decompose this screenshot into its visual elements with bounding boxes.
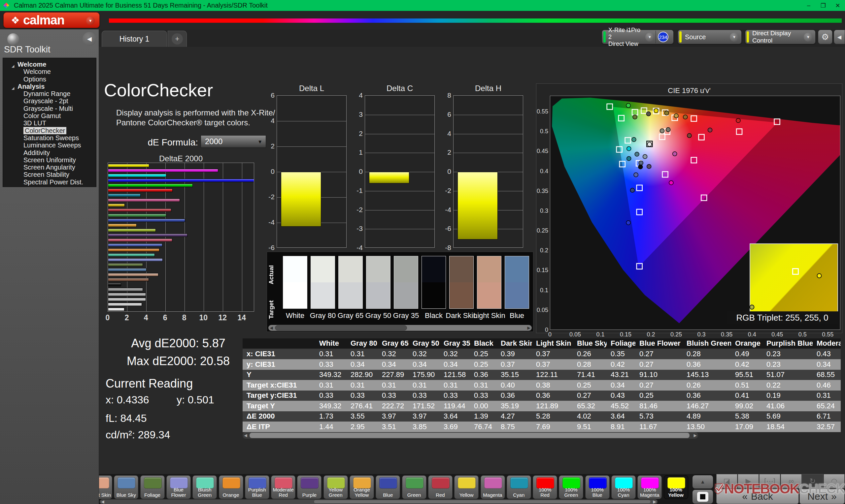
target-marker: [691, 157, 697, 163]
chevron-down-icon[interactable]: ▼: [730, 33, 739, 41]
sidebar-item-grayscale-2pt[interactable]: Grayscale - 2pt: [3, 97, 96, 105]
table-scrollbar[interactable]: ◀ ▶: [243, 432, 698, 439]
sidebar-item-analysis[interactable]: ◢Analysis: [3, 83, 96, 90]
sidebar-item-welcome[interactable]: ◢Welcome: [3, 61, 96, 68]
cie-zoom-inset: [750, 244, 838, 313]
patch-button-blue-flower[interactable]: Blue Flower: [166, 475, 191, 499]
toolbar-more-button[interactable]: ◠: [824, 474, 845, 488]
sidebar-item-options[interactable]: Options: [3, 75, 96, 83]
next-button[interactable]: Next »: [799, 489, 845, 504]
meter-dropdown[interactable]: X-Rite i1Pro 2 Direct View ▼ 234: [602, 30, 674, 44]
column-header: Dark Skin: [497, 338, 532, 348]
back-button[interactable]: « Back: [716, 489, 799, 504]
swatch-target: [477, 282, 501, 308]
bar-magenta: [108, 199, 180, 202]
patch-label: Blue: [376, 492, 399, 498]
sidebar-item-dynamic-range[interactable]: Dynamic Range: [3, 90, 96, 97]
minimize-button[interactable]: –: [802, 0, 816, 11]
gridline: [204, 163, 204, 311]
patch-button-yellow[interactable]: Yellow: [454, 475, 479, 499]
maximize-button[interactable]: ❐: [816, 0, 830, 11]
sidebar-item-luminance-sweeps[interactable]: Luminance Sweeps: [3, 142, 96, 149]
patch-button-100-red[interactable]: 100% Red: [533, 475, 557, 499]
calman-menu-button[interactable]: ❖ calman ▼: [3, 12, 100, 28]
patch-button-100-blue[interactable]: 100% Blue: [585, 475, 610, 499]
patch-button-100-magenta[interactable]: 100% Magenta: [637, 475, 662, 499]
scrollbar-thumb[interactable]: [314, 500, 651, 504]
swatch-strip: Actual Target WhiteGray 80Gray 65Gray 50…: [267, 252, 533, 332]
source-dropdown[interactable]: Source ▼: [677, 30, 742, 44]
patch-button-red[interactable]: Red: [428, 475, 453, 499]
scroll-right-icon[interactable]: ▶: [652, 499, 657, 504]
patch-button-green[interactable]: Green: [402, 475, 426, 499]
patch-button-purplish-blue[interactable]: Purplish Blue: [245, 475, 269, 499]
swatch-scrollbar[interactable]: ◀ ▶: [268, 325, 532, 331]
patch-button-moderate-red[interactable]: Moderate Red: [271, 475, 295, 499]
scroll-right-icon[interactable]: ▶: [526, 325, 532, 331]
patch-button-yellow-green[interactable]: Yellow Green: [323, 475, 348, 499]
chevron-down-icon[interactable]: ▼: [645, 33, 654, 41]
y-tick-label: 1: [359, 148, 363, 156]
scroll-left-icon[interactable]: ◀: [100, 499, 106, 504]
sidebar-item-grayscale-multi[interactable]: Grayscale - Multi: [3, 105, 96, 112]
table-cell: 3.64: [607, 411, 635, 422]
column-header: [243, 338, 315, 348]
patch-button-orange[interactable]: Orange: [219, 475, 243, 499]
stop-pattern-button[interactable]: [692, 490, 713, 504]
sidebar-item-additivity[interactable]: Additivity: [3, 149, 96, 156]
gridline: [365, 115, 434, 115]
sidebar-item-screen-stability[interactable]: Screen Stability: [3, 171, 96, 178]
patch-button-magenta[interactable]: Magenta: [480, 475, 505, 499]
strip-up-button[interactable]: ▲: [692, 475, 713, 488]
patch-button-purple[interactable]: Purple: [297, 475, 321, 499]
refresh-icon: ↻: [810, 477, 816, 486]
patch-button-100-cyan[interactable]: 100% Cyan: [611, 475, 636, 499]
bar-white: [108, 308, 124, 311]
de-formula-select[interactable]: 2000 ▼: [201, 135, 266, 148]
scrollbar-thumb[interactable]: [249, 432, 690, 438]
toolbar-play-button[interactable]: ▶: [738, 474, 759, 488]
table-cell: 0.31: [347, 380, 378, 391]
sidebar-item-spectral-power-dist[interactable]: Spectral Power Dist.: [3, 178, 96, 186]
toolbar-read-button[interactable]: [⋯]: [759, 474, 780, 488]
scrollbar-thumb[interactable]: [275, 325, 407, 330]
sidebar-item-saturation-sweeps[interactable]: Saturation Sweeps: [3, 134, 96, 142]
patch-button-light-skin[interactable]: Light Skin: [99, 475, 112, 499]
scroll-left-icon[interactable]: ◀: [268, 325, 274, 331]
meter-count-badge[interactable]: 234: [658, 32, 668, 42]
sidebar-item-welcome[interactable]: Welcome: [3, 68, 96, 75]
patch-button-foliage[interactable]: Foliage: [140, 475, 165, 499]
patch-strip-scrollbar[interactable]: ◀ ▶: [100, 499, 657, 504]
table-cell: 3.97: [378, 411, 409, 422]
chevron-down-icon[interactable]: ▼: [804, 33, 813, 41]
patch-button-100-yellow[interactable]: 100% Yellow: [664, 475, 688, 499]
patch-button-100-green[interactable]: 100% Green: [559, 475, 583, 499]
patch-button-blue[interactable]: Blue: [376, 475, 400, 499]
toolbar-continuous-button[interactable]: ∞: [781, 474, 802, 488]
current-reading-title: Current Reading: [106, 377, 193, 391]
panel-collapse-button[interactable]: ◀: [834, 30, 845, 44]
patch-button-orange-yellow[interactable]: Orange Yellow: [350, 475, 374, 499]
tab-history-1[interactable]: History 1: [102, 31, 167, 47]
x-tick-label: 10: [199, 313, 208, 322]
patch-button-cyan[interactable]: Cyan: [507, 475, 531, 499]
sidebar-item-screen-angularity[interactable]: Screen Angularity: [3, 164, 96, 171]
sidebar-item-screen-uniformity[interactable]: Screen Uniformity: [3, 156, 96, 164]
bar-100-yellow: [108, 164, 149, 167]
sidebar-item-color-gamut[interactable]: Color Gamut: [3, 112, 96, 120]
sidebar-item-3d-lut[interactable]: 3D LUT: [3, 120, 96, 127]
patch-button-blue-sky[interactable]: Blue Sky: [114, 475, 138, 499]
sidebar-item-colorchecker[interactable]: ColorChecker: [3, 127, 96, 134]
add-tab-button[interactable]: +: [168, 31, 187, 47]
sidebar-collapse-button[interactable]: ◀: [83, 32, 96, 46]
bar-black: [108, 283, 121, 286]
patch-button-bluish-green[interactable]: Bluish Green: [192, 475, 217, 499]
toolbar-calibrate-button[interactable]: ↻: [802, 474, 823, 488]
scroll-left-icon[interactable]: ◀: [243, 432, 249, 439]
calman-dropdown-icon[interactable]: ▼: [86, 17, 95, 25]
close-button[interactable]: ✕: [830, 0, 845, 11]
scroll-right-icon[interactable]: ▶: [692, 432, 698, 439]
toolbar-capture-button[interactable]: ◪: [716, 474, 737, 488]
display-control-dropdown[interactable]: Direct Display Control ▼: [745, 30, 816, 44]
settings-button[interactable]: ⚙: [818, 30, 832, 44]
